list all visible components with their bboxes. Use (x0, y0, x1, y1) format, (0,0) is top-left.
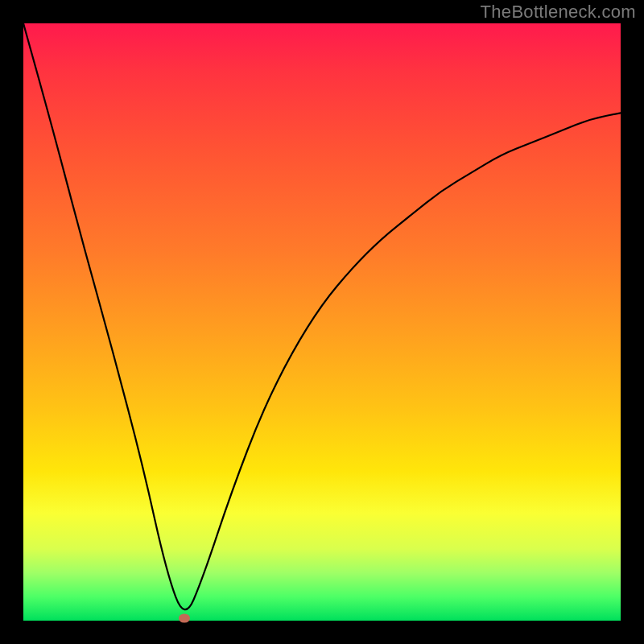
minimum-marker (179, 614, 190, 623)
bottleneck-curve (23, 23, 621, 621)
watermark-text: TheBottleneck.com (481, 2, 636, 23)
plot-area (23, 23, 621, 621)
chart-frame: TheBottleneck.com (0, 0, 644, 644)
